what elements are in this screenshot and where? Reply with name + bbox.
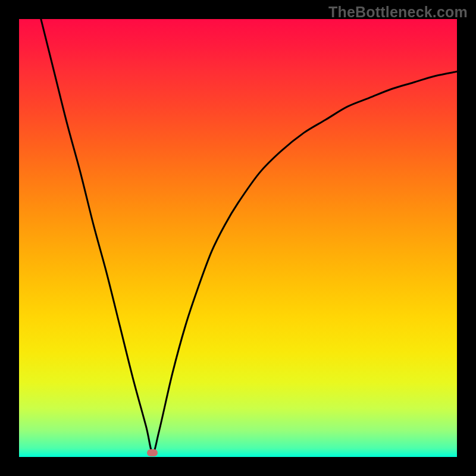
watermark-text: TheBottleneck.com: [328, 4, 468, 21]
bottleneck-curve: [41, 19, 457, 453]
curve-svg: [19, 19, 457, 457]
plot-area: [19, 19, 457, 457]
min-marker: [147, 449, 158, 456]
chart-frame: TheBottleneck.com: [0, 0, 476, 476]
